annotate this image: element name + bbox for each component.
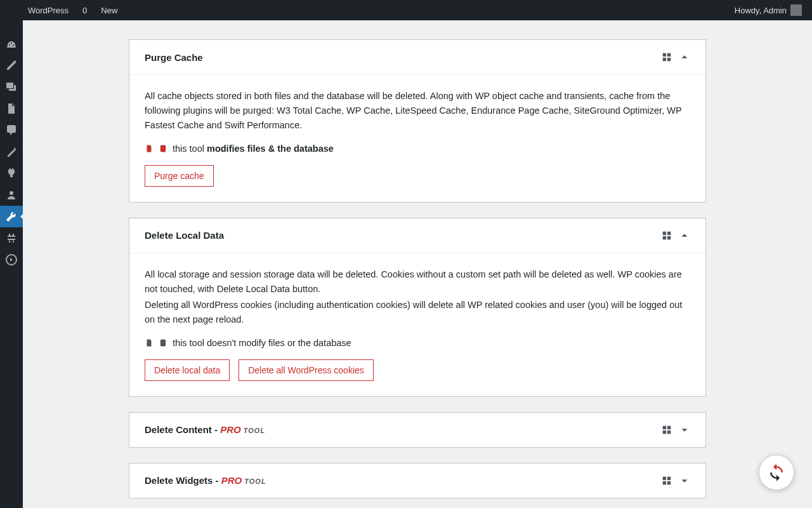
delete-local-data-button[interactable]: Delete local data bbox=[145, 359, 230, 381]
main-content: Purge Cache All cache objects stored in … bbox=[23, 20, 812, 508]
delete-local-title: Delete Local Data bbox=[145, 230, 224, 241]
svg-rect-18 bbox=[667, 481, 671, 485]
svg-rect-4 bbox=[667, 58, 671, 61]
svg-rect-15 bbox=[663, 476, 666, 479]
site-name-link[interactable]: WordPress bbox=[19, 0, 74, 20]
admin-toolbar: WordPress 0 New Howdy, Admin bbox=[0, 0, 812, 20]
menu-dashboard[interactable] bbox=[0, 33, 23, 55]
svg-rect-7 bbox=[667, 231, 671, 234]
menu-collapse[interactable] bbox=[0, 249, 23, 271]
no-modify-indicator: this tool doesn't modify files or the da… bbox=[145, 338, 690, 348]
wp-logo-menu[interactable] bbox=[5, 0, 19, 20]
grid-view-icon[interactable] bbox=[661, 475, 672, 486]
comments-link[interactable]: 0 bbox=[74, 0, 92, 20]
database-icon bbox=[159, 338, 167, 347]
delete-local-desc1: All local storage and session storage da… bbox=[145, 267, 690, 297]
svg-rect-14 bbox=[667, 431, 671, 434]
delete-wp-cookies-button[interactable]: Delete all WordPress cookies bbox=[239, 359, 374, 381]
svg-rect-12 bbox=[667, 425, 671, 429]
chevron-down-icon[interactable] bbox=[679, 475, 690, 486]
menu-appearance[interactable] bbox=[0, 141, 23, 163]
menu-settings[interactable] bbox=[0, 227, 23, 249]
my-account-link[interactable]: Howdy, Admin bbox=[730, 0, 807, 20]
menu-users[interactable] bbox=[0, 184, 23, 206]
admin-sidemenu bbox=[0, 20, 23, 508]
chevron-down-icon[interactable] bbox=[679, 424, 690, 436]
mods-bold: modifies files & the database bbox=[207, 144, 334, 154]
chevron-up-icon[interactable] bbox=[679, 230, 690, 241]
database-icon bbox=[159, 144, 167, 153]
delete-content-title: Delete Content - PRO TOOL bbox=[145, 424, 265, 435]
modifies-indicator: this tool modifies files & the database bbox=[145, 144, 690, 154]
mods-prefix: this tool bbox=[173, 144, 207, 154]
delete-content-card: Delete Content - PRO TOOL bbox=[129, 412, 706, 448]
delete-widgets-card: Delete Widgets - PRO TOOL bbox=[129, 463, 706, 498]
no-modify-text: this tool doesn't modify files or the da… bbox=[173, 338, 351, 348]
delete-local-desc2: Deleting all WordPress cookies (includin… bbox=[145, 298, 690, 327]
refresh-icon bbox=[767, 463, 786, 482]
chevron-up-icon[interactable] bbox=[679, 51, 690, 63]
pro-badge: PRO bbox=[221, 475, 242, 486]
svg-rect-2 bbox=[667, 53, 671, 57]
grid-view-icon[interactable] bbox=[661, 230, 672, 241]
delete-widgets-title: Delete Widgets - PRO TOOL bbox=[145, 475, 266, 486]
site-name-text: WordPress bbox=[28, 6, 69, 15]
svg-rect-3 bbox=[663, 58, 666, 61]
svg-rect-9 bbox=[667, 236, 671, 239]
svg-rect-11 bbox=[663, 425, 666, 429]
pro-badge: PRO bbox=[220, 424, 241, 435]
file-icon bbox=[145, 338, 154, 347]
file-icon bbox=[145, 144, 154, 153]
menu-tools[interactable] bbox=[0, 206, 23, 227]
menu-comments[interactable] bbox=[0, 119, 23, 141]
svg-rect-6 bbox=[663, 231, 666, 234]
svg-rect-17 bbox=[663, 481, 666, 485]
purge-cache-button[interactable]: Purge cache bbox=[145, 165, 214, 187]
menu-pages[interactable] bbox=[0, 98, 23, 119]
new-content-link[interactable]: New bbox=[92, 0, 122, 20]
purge-cache-title: Purge Cache bbox=[145, 52, 203, 63]
menu-posts[interactable] bbox=[0, 55, 23, 76]
grid-view-icon[interactable] bbox=[661, 424, 672, 436]
grid-view-icon[interactable] bbox=[661, 51, 672, 63]
menu-media[interactable] bbox=[0, 76, 23, 98]
avatar bbox=[790, 4, 802, 16]
svg-rect-1 bbox=[663, 53, 666, 57]
floating-refresh-button[interactable] bbox=[759, 455, 794, 490]
purge-cache-desc: All cache objects stored in both files a… bbox=[145, 89, 690, 133]
svg-rect-13 bbox=[663, 431, 666, 434]
delete-local-data-card: Delete Local Data All local storage and … bbox=[129, 218, 706, 397]
comments-count: 0 bbox=[82, 6, 87, 15]
howdy-text: Howdy, Admin bbox=[735, 6, 787, 15]
menu-plugins[interactable] bbox=[0, 163, 23, 184]
svg-rect-16 bbox=[667, 476, 671, 479]
purge-cache-card: Purge Cache All cache objects stored in … bbox=[129, 39, 706, 203]
svg-rect-8 bbox=[663, 236, 666, 239]
new-text: New bbox=[101, 6, 117, 15]
